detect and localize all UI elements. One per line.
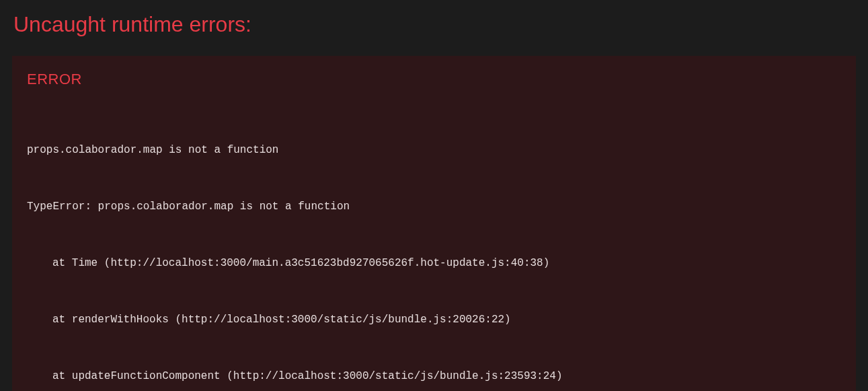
error-message-block: props.colaborador.map is not a function …	[27, 103, 841, 391]
stack-trace-line: at renderWithHooks (http://localhost:300…	[27, 310, 841, 329]
stack-trace-line: at updateFunctionComponent (http://local…	[27, 367, 841, 386]
error-label: ERROR	[27, 71, 841, 88]
error-overlay-title: Uncaught runtime errors:	[0, 0, 868, 46]
error-message-text: props.colaborador.map is not a function	[27, 141, 841, 159]
error-panel: ERROR props.colaborador.map is not a fun…	[12, 56, 856, 391]
error-type-line: TypeError: props.colaborador.map is not …	[27, 197, 841, 216]
stack-trace-line: at Time (http://localhost:3000/main.a3c5…	[27, 254, 841, 273]
